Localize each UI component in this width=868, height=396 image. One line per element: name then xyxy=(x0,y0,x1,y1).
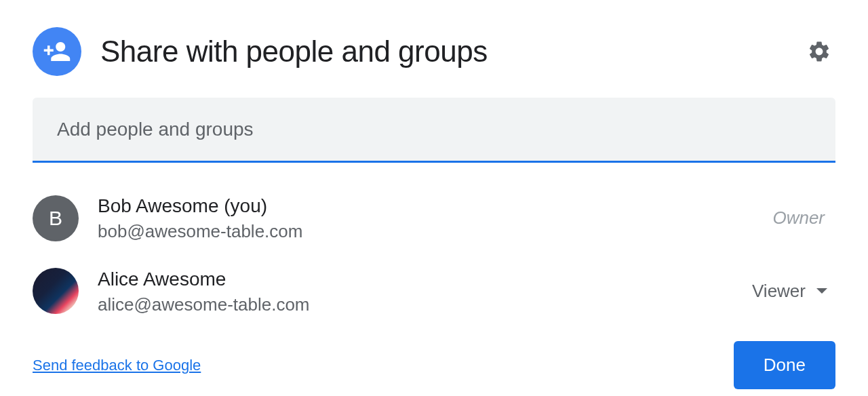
input-container xyxy=(33,98,835,163)
avatar: B xyxy=(33,195,79,241)
person-row: B Bob Awesome (you) bob@awesome-table.co… xyxy=(33,182,835,255)
person-row: Alice Awesome alice@awesome-table.com Vi… xyxy=(33,255,835,328)
person-info: Bob Awesome (you) bob@awesome-table.com xyxy=(98,193,772,244)
dialog-footer: Send feedback to Google Done xyxy=(0,328,868,396)
person-info: Alice Awesome alice@awesome-table.com xyxy=(98,266,744,317)
role-label: Viewer xyxy=(752,281,806,302)
feedback-link[interactable]: Send feedback to Google xyxy=(33,357,201,374)
avatar xyxy=(33,268,79,314)
gear-icon xyxy=(807,39,831,64)
share-dialog: Share with people and groups B Bob Aweso… xyxy=(0,0,868,396)
person-email: bob@awesome-table.com xyxy=(98,219,772,243)
person-add-icon xyxy=(33,27,81,76)
person-name: Bob Awesome (you) xyxy=(98,193,772,219)
dialog-header: Share with people and groups xyxy=(0,0,868,90)
role-owner-label: Owner xyxy=(772,207,835,229)
role-dropdown[interactable]: Viewer xyxy=(744,275,835,307)
dialog-title: Share with people and groups xyxy=(100,35,803,68)
person-name: Alice Awesome xyxy=(98,266,744,292)
done-button[interactable]: Done xyxy=(734,341,835,389)
people-list: B Bob Awesome (you) bob@awesome-table.co… xyxy=(0,163,868,328)
add-people-input[interactable] xyxy=(33,98,835,163)
settings-button[interactable] xyxy=(803,35,835,68)
chevron-down-icon xyxy=(816,288,827,294)
person-email: alice@awesome-table.com xyxy=(98,292,744,317)
